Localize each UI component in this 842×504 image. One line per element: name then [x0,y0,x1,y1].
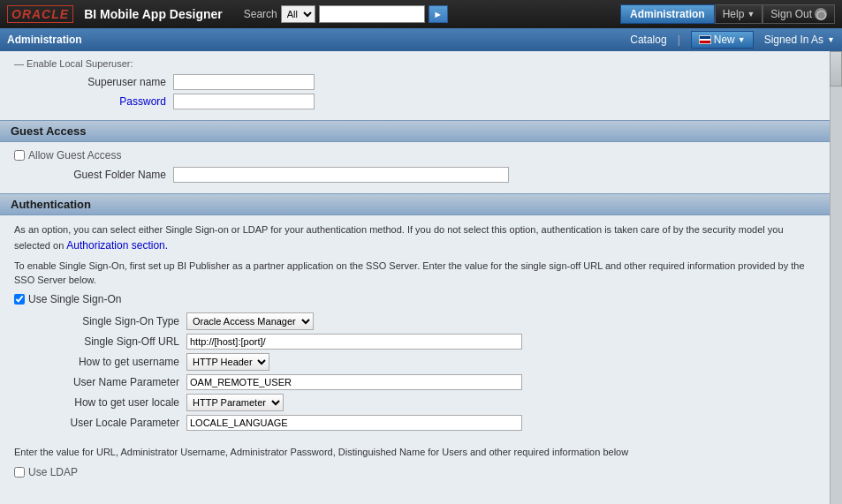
search-input[interactable] [319,5,425,23]
get-locale-row: How to get user locale HTTP Parameter [14,394,815,411]
get-username-select[interactable]: HTTP Header [186,353,269,371]
get-username-label: How to get username [14,356,186,368]
catalog-link[interactable]: Catalog [630,34,666,46]
main-content: — Enable Local Superuser: Superuser name… [0,51,842,504]
use-ldap-checkbox[interactable] [14,467,25,478]
oracle-logo: ORACLE [7,5,73,23]
guest-folder-input[interactable] [173,167,509,183]
sso-type-row: Single Sign-On Type Oracle Access Manage… [14,312,815,330]
signout-icon: ◯ [815,8,827,20]
signout-button[interactable]: Sign Out ◯ [762,4,835,24]
bottom-desc: Enter the value for URL, Administrator U… [0,441,830,463]
nav-separator: | [678,34,680,46]
nav-right: Catalog | New ▼ Signed In As ▼ [630,31,835,49]
guest-access-header: Guest Access [0,120,830,142]
nav-bar-title: Administration [7,34,82,46]
help-label: Help [723,8,745,20]
allow-guest-row: Allow Guest Access [14,149,815,162]
superuser-password-label: Password [14,95,173,108]
use-sso-row: Use Single Sign-On [14,293,815,305]
scroll-thumb[interactable] [830,51,842,87]
guest-folder-row: Guest Folder Name [14,167,815,183]
authorization-link[interactable]: Authorization section. [66,239,168,252]
signoff-url-row: Single Sign-Off URL [14,334,815,350]
superuser-password-row: Password [14,94,815,109]
sso-type-label: Single Sign-On Type [14,315,186,327]
sso-type-select[interactable]: Oracle Access Manager [186,312,314,330]
signoff-url-input[interactable] [186,334,522,350]
auth-desc-1: As an option, you can select either Sing… [14,222,815,253]
get-username-row: How to get username HTTP Header [14,353,815,371]
truncated-label: — Enable Local Superuser: [14,58,815,69]
new-flag-icon [699,35,711,44]
content-area: — Enable Local Superuser: Superuser name… [0,51,830,482]
superuser-username-input[interactable] [173,74,315,90]
signed-in-area[interactable]: Signed In As ▼ [764,34,835,46]
locale-param-label: User Locale Parameter [14,417,186,429]
use-sso-label: Use Single Sign-On [28,293,121,305]
get-locale-select[interactable]: HTTP Parameter [186,394,284,411]
authentication-header: Authentication [0,193,830,215]
top-header: ORACLE BI Mobile App Designer Search All… [0,0,842,28]
nav-bar: Administration Catalog | New ▼ Signed In… [0,28,842,51]
superuser-username-row: Superuser name [14,74,815,90]
signoff-url-label: Single Sign-Off URL [14,335,186,348]
auth-desc-2: To enable Single Sign-On, first set up B… [14,259,815,288]
signed-in-label: Signed In As [764,34,823,46]
new-button[interactable]: New ▼ [691,31,754,49]
get-locale-label: How to get user locale [14,396,186,409]
superuser-password-input[interactable] [173,94,315,109]
locale-param-input[interactable] [186,415,522,431]
guest-folder-label: Guest Folder Name [14,169,173,181]
allow-guest-label: Allow Guest Access [28,149,121,162]
header-right: Administration Help ▼ Sign Out ◯ [620,4,835,24]
help-chevron-icon: ▼ [747,10,755,19]
username-param-row: User Name Parameter [14,374,815,390]
allow-guest-checkbox[interactable] [14,150,25,161]
search-area: Search All ► [244,5,448,23]
username-param-input[interactable] [186,374,522,390]
signed-in-chevron-icon: ▼ [827,35,835,44]
help-button[interactable]: Help ▼ [715,4,763,24]
use-ldap-row: Use LDAP [0,463,830,482]
app-title: BI Mobile App Designer [84,7,223,21]
scrollbar[interactable] [830,51,842,504]
use-ldap-label: Use LDAP [28,466,78,478]
search-type-select[interactable]: All [281,5,315,23]
new-label: New [714,34,735,46]
administration-button[interactable]: Administration [620,4,715,24]
guest-access-content: Allow Guest Access Guest Folder Name [0,142,830,193]
locale-param-row: User Locale Parameter [14,415,815,431]
search-label: Search [244,8,277,20]
superuser-section: — Enable Local Superuser: Superuser name… [0,51,830,120]
authentication-content: As an option, you can select either Sing… [0,215,830,441]
use-sso-checkbox[interactable] [14,294,25,305]
new-chevron-icon: ▼ [738,35,746,44]
signout-label: Sign Out [770,8,812,20]
superuser-username-label: Superuser name [14,76,173,88]
search-go-button[interactable]: ► [429,5,448,23]
username-param-label: User Name Parameter [14,376,186,388]
